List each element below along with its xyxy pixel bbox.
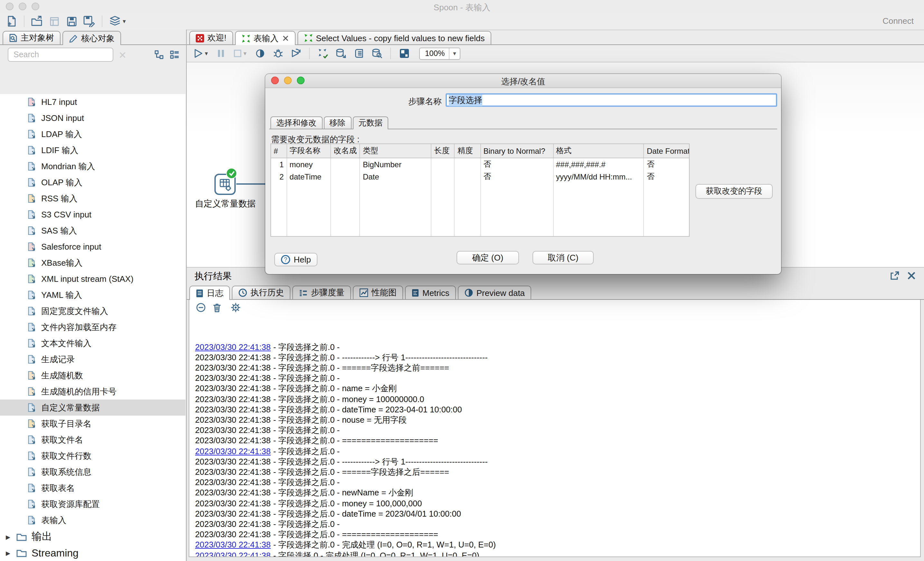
log-timestamp[interactable]: 2023/03/30 22:41:38 [195, 353, 271, 363]
perspectives-button[interactable]: ▼ [107, 14, 129, 28]
table-row[interactable]: 2 dateTime Date 否 yyyy/MM/dd HH:mm... 否 [271, 171, 689, 183]
tab-select-values[interactable]: Select Values - copy field values to new… [297, 31, 491, 44]
debug-button[interactable] [270, 46, 286, 60]
tab-metrics[interactable]: Metrics [405, 286, 456, 299]
tree-item[interactable]: 生成随机的信用卡号 [0, 383, 186, 399]
tree-item[interactable]: 获取子目录名 [0, 416, 186, 432]
log-timestamp[interactable]: 2023/03/30 22:41:38 [195, 342, 271, 352]
log-timestamp[interactable]: 2023/03/30 22:41:38 [195, 467, 271, 477]
list-view-icon[interactable] [170, 49, 180, 60]
tree-item[interactable]: YAML 输入 [0, 287, 186, 303]
detach-panel-icon[interactable] [889, 271, 900, 281]
tree-item[interactable]: 获取表名 [0, 480, 186, 496]
save-button[interactable] [64, 14, 80, 28]
log-timestamp[interactable]: 2023/03/30 22:41:38 [195, 457, 271, 467]
tree-item[interactable]: Salesforce input [0, 239, 186, 255]
log-timestamp[interactable]: 2023/03/30 22:41:38 [195, 488, 271, 498]
tree-item[interactable]: 获取系统信息 [0, 464, 186, 480]
log-timestamp[interactable]: 2023/03/30 22:41:38 [195, 498, 271, 509]
dialog-tab[interactable]: 元数据 [352, 117, 388, 129]
log-timestamp[interactable]: 2023/03/30 22:41:38 [195, 425, 271, 435]
tab-performance-graph[interactable]: 性能图 [353, 286, 403, 299]
tab-execution-history[interactable]: 执行历史 [232, 286, 290, 299]
tree-item[interactable]: SAS 输入 [0, 223, 186, 239]
tree-item[interactable]: OLAP 输入 [0, 174, 186, 190]
cancel-button[interactable]: 取消 (C) [532, 251, 594, 265]
tree-item[interactable]: S3 CSV input [0, 206, 186, 223]
tree-item[interactable]: XML input stream (StAX) [0, 271, 186, 287]
preview-button[interactable] [252, 46, 268, 60]
tree-item[interactable]: RSS 输入 [0, 190, 186, 206]
impact-analysis-button[interactable] [333, 46, 349, 60]
log-timestamp[interactable]: 2023/03/30 22:41:38 [195, 415, 271, 425]
tree-item[interactable]: 获取文件行数 [0, 448, 186, 464]
expander-triangle-icon[interactable]: ▶ [6, 534, 12, 540]
stop-button[interactable]: ▼ [231, 46, 250, 60]
log-timestamp[interactable]: 2023/03/30 22:41:38 [195, 519, 271, 530]
tab-table-input[interactable]: 表输入 [235, 31, 295, 45]
tree-item[interactable]: 固定宽度文件输入 [0, 303, 186, 319]
table-header-cell[interactable]: Date Format L [644, 144, 689, 158]
log-timestamp[interactable]: 2023/03/30 22:41:38 [195, 436, 271, 446]
save-as-button[interactable] [81, 14, 97, 28]
log-settings-minus-icon[interactable] [196, 302, 206, 313]
show-hide-results-button[interactable] [396, 46, 412, 60]
ok-button[interactable]: 确定 (O) [456, 251, 519, 265]
tab-main-object-tree[interactable]: 主对象树 [3, 31, 60, 44]
tree-item[interactable]: 文件内容加载至内存 [0, 319, 186, 335]
tree-item[interactable]: LDIF 输入 [0, 142, 186, 158]
log-timestamp[interactable]: 2023/03/30 22:41:38 [195, 363, 271, 373]
tree-item[interactable]: 生成记录 [0, 351, 186, 367]
explore-database-button[interactable] [369, 46, 385, 60]
table-row[interactable]: 1 money BigNumber 否 ###,###,###.# 否 [271, 158, 689, 171]
table-header-cell[interactable]: 类型 [360, 144, 431, 158]
tree-item[interactable]: HL7 input [0, 94, 186, 110]
table-header-cell[interactable]: 精度 [454, 144, 481, 158]
tab-preview-data[interactable]: Preview data [458, 286, 531, 299]
connect-button[interactable]: Connect [882, 16, 914, 26]
log-lines[interactable]: 2023/03/30 22:41:38 - 字段选择之前.0 - 2023/03… [195, 316, 918, 557]
expander-triangle-icon[interactable]: ▶ [6, 550, 12, 556]
new-file-button[interactable] [3, 14, 20, 28]
dialog-title-bar[interactable]: 选择/改名值 [265, 74, 781, 88]
log-timestamp[interactable]: 2023/03/30 22:41:38 [195, 530, 271, 540]
log-timestamp[interactable]: 2023/03/30 22:41:38 [195, 394, 271, 404]
tree-item[interactable]: 获取文件名 [0, 432, 186, 448]
tree-item[interactable]: XBase输入 [0, 255, 186, 271]
log-timestamp[interactable]: 2023/03/30 22:41:38 [195, 373, 271, 383]
tree-view-icon[interactable] [154, 49, 164, 60]
tree-item[interactable]: 表输入 [0, 512, 186, 528]
table-header-cell[interactable]: 字段名称 [286, 144, 331, 158]
tree-item[interactable]: 获取资源库配置 [0, 496, 186, 512]
dialog-tab[interactable]: 移除 [324, 117, 351, 129]
log-settings-gear-icon[interactable] [231, 302, 241, 313]
tree-folder[interactable]: ▶ 输出 [0, 529, 186, 545]
clear-log-trash-icon[interactable] [213, 302, 222, 313]
table-header-cell[interactable]: 格式 [553, 144, 644, 158]
get-changed-fields-button[interactable]: 获取改变的字段 [695, 184, 772, 199]
table-header-cell[interactable]: # [271, 144, 286, 158]
log-timestamp[interactable]: 2023/03/30 22:41:38 [195, 405, 271, 415]
replay-button[interactable] [288, 46, 304, 60]
tab-log[interactable]: 日志 [189, 286, 230, 300]
help-button[interactable]: ? Help [274, 253, 318, 266]
run-button[interactable]: ▼ [191, 46, 210, 60]
close-tab-icon[interactable] [282, 35, 289, 42]
search-input[interactable] [8, 48, 113, 62]
zoom-select[interactable]: 100% ▼ [419, 47, 460, 60]
log-timestamp[interactable]: 2023/03/30 22:41:38 [195, 540, 271, 551]
close-panel-icon[interactable] [907, 271, 916, 280]
step-name-input[interactable]: 字段选择 [446, 93, 777, 107]
dialog-tab[interactable]: 选择和修改 [270, 117, 322, 129]
verify-transformation-button[interactable] [315, 46, 331, 60]
tab-core-objects[interactable]: 核心对象 [63, 31, 121, 45]
clear-search-icon[interactable]: ✕ [118, 50, 126, 60]
table-header-cell[interactable]: 长度 [431, 144, 454, 158]
log-timestamp[interactable]: 2023/03/30 22:41:38 [195, 384, 271, 394]
generate-sql-button[interactable] [351, 46, 367, 60]
pause-button[interactable] [213, 46, 229, 60]
tree-item[interactable]: 文本文件输入 [0, 335, 186, 351]
log-timestamp[interactable]: 2023/03/30 22:41:38 [195, 446, 271, 456]
tab-welcome[interactable]: 欢迎! [189, 31, 233, 44]
tree-item[interactable]: LDAP 输入 [0, 126, 186, 142]
